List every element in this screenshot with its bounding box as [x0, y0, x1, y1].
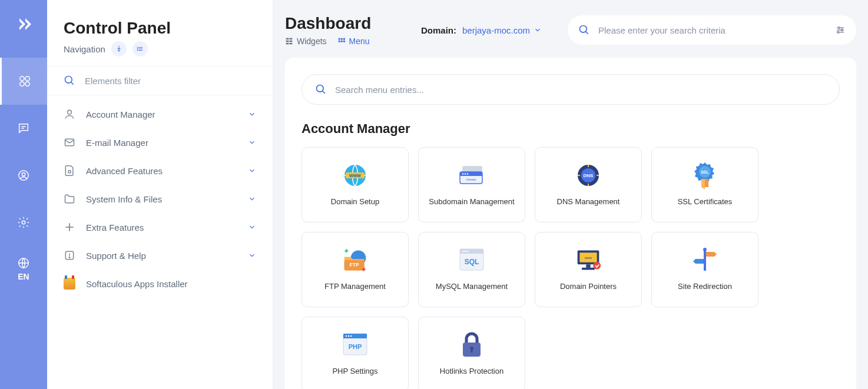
svg-point-71: [465, 251, 466, 252]
card-dns[interactable]: DNS DNS Management: [535, 147, 642, 222]
menu-search: [302, 74, 840, 105]
svg-rect-26: [286, 38, 289, 39]
nav-softaculous[interactable]: Softaculous Apps Installer: [47, 270, 273, 298]
svg-point-1: [25, 77, 29, 81]
svg-rect-29: [290, 41, 293, 42]
sidebar-title: Control Panel: [64, 19, 256, 38]
svg-point-70: [462, 251, 464, 252]
menu-label: Menu: [349, 36, 370, 46]
sidebar-header: Control Panel Navigation: [47, 0, 273, 66]
svg-point-25: [69, 257, 70, 258]
widgets-toggle[interactable]: Widgets: [285, 36, 327, 46]
nav-label: E-mail Manager: [86, 138, 148, 148]
dashboard-panel: Account Manager WWW Domain Setup ://www.…: [285, 58, 856, 389]
svg-rect-78: [582, 268, 595, 270]
logo: [14, 14, 34, 34]
nav-extra-features[interactable]: Extra Features: [47, 213, 273, 241]
card-label: Subdomain Management: [429, 197, 514, 207]
rail-users[interactable]: [0, 152, 47, 199]
card-label: Domain Pointers: [560, 281, 617, 292]
card-label: PHP Settings: [332, 366, 377, 377]
card-php-settings[interactable]: PHP PHP Settings: [302, 317, 409, 389]
card-domain-setup[interactable]: WWW Domain Setup: [302, 147, 409, 222]
page-title: Dashboard: [285, 14, 371, 33]
card-domain-pointers[interactable]: www Domain Pointers: [535, 232, 642, 307]
svg-point-54: [462, 174, 463, 175]
svg-point-79: [593, 262, 601, 270]
svg-point-13: [137, 47, 138, 48]
card-hotlinks[interactable]: Hotlinks Protection: [418, 317, 525, 389]
svg-text:DNS: DNS: [584, 173, 594, 178]
svg-point-0: [19, 77, 24, 81]
card-label: MySQL Management: [436, 281, 508, 292]
nav-email-manager[interactable]: E-mail Manager: [47, 128, 273, 157]
svg-text:PHP: PHP: [349, 343, 362, 350]
sidebar-subtitle: Navigation: [64, 44, 105, 54]
grid-icon: [285, 37, 293, 45]
svg-rect-34: [343, 38, 344, 40]
rail-globe[interactable]: EN: [0, 246, 47, 281]
file-gear-icon: [64, 165, 75, 177]
svg-rect-27: [290, 38, 293, 39]
svg-point-85: [348, 335, 350, 337]
browser-stack-icon: ://www.: [459, 162, 485, 188]
icon-rail: EN: [0, 0, 47, 389]
monitor-www-icon: www: [575, 247, 601, 273]
chevron-down-icon: [248, 223, 256, 231]
global-search-input[interactable]: [598, 25, 827, 35]
nav-label: Account Manager: [86, 109, 155, 119]
card-ssl[interactable]: SSL SSL Certificates: [651, 147, 758, 222]
nav-label: Softaculous Apps Installer: [86, 279, 188, 289]
svg-point-7: [22, 172, 25, 176]
main: Dashboard Widgets Menu Domain: berjaya-m…: [273, 0, 868, 389]
card-ftp[interactable]: FTP FTP Management: [302, 232, 409, 307]
svg-point-20: [68, 171, 71, 173]
svg-text:WWW: WWW: [349, 174, 361, 178]
svg-point-44: [842, 29, 843, 31]
svg-marker-64: [701, 179, 705, 189]
nav-system-info[interactable]: System Info & Files: [47, 185, 273, 213]
pin-icon[interactable]: [111, 41, 127, 56]
chevron-down-icon: [534, 26, 542, 34]
rail-messages[interactable]: [0, 105, 47, 152]
domain-value: berjaya-moc.com: [462, 25, 530, 35]
search-icon: [578, 24, 590, 36]
card-site-redirection[interactable]: Site Redirection: [651, 232, 758, 307]
svg-rect-32: [338, 38, 340, 40]
domain-label: Domain:: [421, 25, 456, 35]
card-subdomain[interactable]: ://www. Subdomain Management: [418, 147, 525, 222]
list-icon[interactable]: [132, 41, 148, 56]
svg-text:SQL: SQL: [465, 258, 479, 266]
lang-label: EN: [18, 272, 29, 281]
softaculous-icon: [64, 278, 75, 290]
nav-label: System Info & Files: [86, 194, 162, 204]
sliders-icon[interactable]: [835, 25, 846, 35]
svg-rect-36: [340, 41, 342, 42]
global-search: [568, 15, 856, 45]
svg-point-18: [68, 110, 72, 114]
card-label: FTP Management: [324, 281, 386, 292]
menu-toggle[interactable]: Menu: [337, 36, 370, 46]
chevron-down-icon: [248, 167, 256, 175]
domain-dropdown[interactable]: berjaya-moc.com: [462, 25, 542, 35]
elements-filter-input[interactable]: [85, 76, 256, 86]
svg-point-45: [837, 31, 839, 33]
svg-point-16: [65, 77, 72, 84]
svg-rect-28: [286, 41, 289, 42]
domain-selector: Domain: berjaya-moc.com: [421, 25, 542, 35]
nav-advanced-features[interactable]: Advanced Features: [47, 157, 273, 185]
nav-account-manager[interactable]: Account Manager: [47, 100, 273, 128]
rail-dashboard[interactable]: [0, 58, 47, 105]
dns-globe-icon: DNS: [575, 162, 601, 188]
nav-support-help[interactable]: Support & Help: [47, 241, 273, 270]
mail-icon: [64, 137, 75, 148]
rail-settings[interactable]: [0, 199, 47, 246]
menu-search-input[interactable]: [335, 85, 826, 95]
card-mysql[interactable]: SQL MySQL Management: [418, 232, 525, 307]
svg-point-72: [467, 251, 469, 252]
tiles-icon: [337, 37, 346, 45]
svg-point-86: [350, 335, 352, 337]
sql-browser-icon: SQL: [459, 247, 485, 273]
svg-point-43: [838, 27, 840, 29]
svg-point-38: [580, 26, 587, 33]
